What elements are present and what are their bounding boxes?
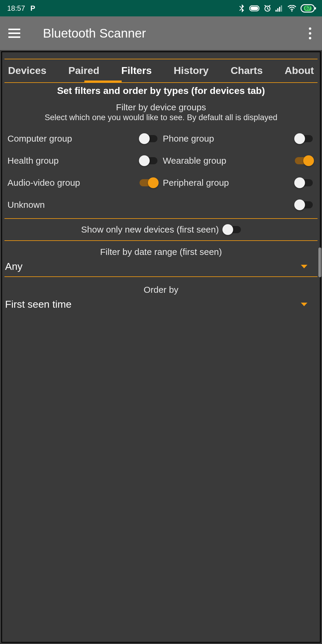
tab-about[interactable]: About — [285, 65, 314, 79]
scroll-indicator[interactable] — [318, 247, 321, 277]
battery-level: 67 — [304, 6, 312, 11]
toggle-label: Computer group — [6, 134, 72, 144]
toggle-label: Phone group — [161, 134, 214, 144]
new-devices-switch[interactable] — [223, 224, 241, 235]
peripheral-switch[interactable] — [295, 177, 313, 188]
toggle-row-phone: Phone group — [161, 128, 316, 150]
tab-charts[interactable]: Charts — [230, 65, 263, 79]
tab-paired[interactable]: Paired — [68, 65, 99, 79]
bluetooth-icon — [239, 4, 245, 13]
svg-point-7 — [291, 10, 292, 11]
wearable-switch[interactable] — [295, 155, 313, 166]
toggle-label: Unknown — [6, 200, 45, 210]
app-bar: Bluetooth Scanner — [0, 16, 322, 50]
order-by-label: Order by — [4, 285, 318, 297]
order-by-section: Order by First seen time — [4, 277, 318, 315]
health-switch[interactable] — [140, 155, 157, 166]
status-right: 67 — [239, 4, 315, 13]
tab-bar: Devices Paired Filters History Charts Ab… — [4, 59, 318, 83]
svg-rect-3 — [275, 10, 277, 12]
svg-rect-5 — [279, 7, 280, 12]
svg-rect-6 — [281, 5, 282, 12]
svg-rect-1 — [250, 7, 258, 10]
filters-title: Set filters and order by types (for devi… — [4, 83, 318, 102]
date-range-value: Any — [5, 261, 23, 272]
signal-icon — [275, 5, 283, 12]
tab-indicator — [84, 80, 122, 83]
menu-icon[interactable] — [8, 29, 20, 38]
toggle-row-health: Health group — [6, 150, 161, 172]
status-left: 18:57 P — [7, 4, 35, 13]
app-title: Bluetooth Scanner — [43, 26, 306, 41]
order-by-value: First seen time — [5, 298, 72, 310]
groups-desc: Select which one you would like to see. … — [4, 113, 318, 128]
toggle-grid: Computer group Phone group Health group … — [4, 128, 318, 216]
chevron-down-icon — [301, 303, 307, 306]
alarm-icon — [264, 4, 271, 12]
battery-icon: 67 — [301, 4, 315, 13]
chevron-down-icon — [301, 265, 307, 268]
tab-history[interactable]: History — [174, 65, 209, 79]
order-by-dropdown[interactable]: First seen time — [4, 297, 318, 312]
toggle-label: Peripheral group — [161, 178, 229, 188]
phone-switch[interactable] — [295, 133, 313, 144]
groups-subtitle: Filter by device groups — [4, 102, 318, 113]
toggle-label: Wearable group — [161, 156, 226, 166]
svg-rect-4 — [277, 8, 278, 12]
audiovideo-switch[interactable] — [140, 177, 157, 188]
tab-devices[interactable]: Devices — [8, 65, 47, 79]
toggle-row-audiovideo: Audio-video group — [6, 172, 161, 194]
overflow-menu-icon[interactable] — [306, 27, 314, 39]
status-time: 18:57 — [7, 4, 25, 13]
toggle-row-computer: Computer group — [6, 128, 161, 150]
new-devices-section: Show only new devices (first seen) — [4, 218, 318, 240]
pill-icon — [249, 5, 259, 11]
unknown-switch[interactable] — [295, 199, 313, 210]
status-app-badge: P — [30, 4, 35, 13]
computer-switch[interactable] — [140, 133, 157, 144]
date-range-label: Filter by date range (first seen) — [4, 247, 318, 259]
toggle-label: Health group — [6, 156, 59, 166]
wifi-icon — [287, 5, 296, 12]
date-range-dropdown[interactable]: Any — [4, 259, 318, 275]
toggle-row-wearable: Wearable group — [161, 150, 316, 172]
date-range-section: Filter by date range (first seen) Any — [4, 240, 318, 277]
toggle-label: Audio-video group — [6, 178, 80, 188]
new-devices-label: Show only new devices (first seen) — [81, 225, 219, 235]
tab-filters[interactable]: Filters — [121, 65, 152, 79]
toggle-row-unknown: Unknown — [6, 194, 316, 216]
content-area: Devices Paired Filters History Charts Ab… — [0, 50, 322, 644]
toggle-row-peripheral: Peripheral group — [161, 172, 316, 194]
status-bar: 18:57 P 67 — [0, 0, 322, 16]
